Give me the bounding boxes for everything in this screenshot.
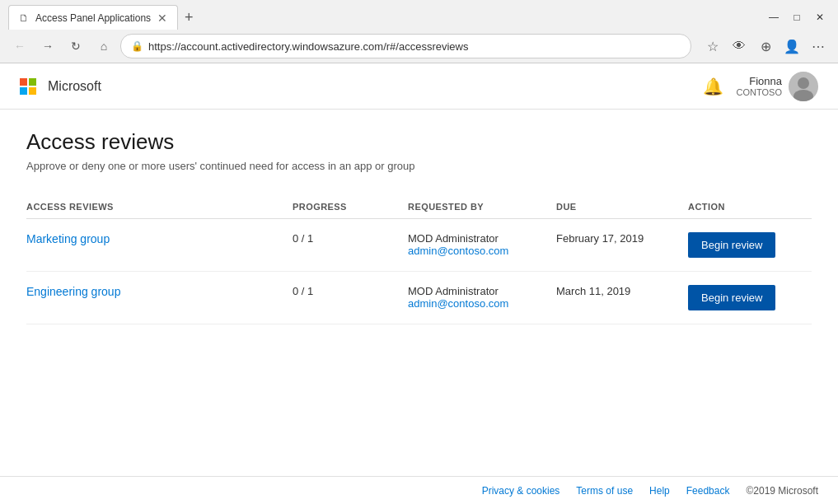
- app-header: Microsoft 🔔 Fionna CONTOSO: [0, 63, 838, 110]
- requested-by-cell: MOD Administrator admin@contoso.com: [408, 272, 556, 324]
- browser-chrome: 🗋 Access Panel Applications ✕ + — □ ✕ ← …: [0, 0, 838, 63]
- begin-review-button[interactable]: Begin review: [688, 285, 775, 310]
- requested-by-cell: MOD Administrator admin@contoso.com: [408, 219, 556, 272]
- logo-blue: [20, 87, 27, 95]
- favorites-button[interactable]: ☆: [701, 35, 724, 58]
- action-cell: Begin review: [688, 272, 812, 324]
- feedback-link[interactable]: Feedback: [686, 485, 730, 497]
- close-button[interactable]: ✕: [810, 7, 830, 27]
- access-review-name-cell: Marketing group: [26, 219, 293, 272]
- col-header-access-reviews: ACCESS REVIEWS: [26, 195, 293, 219]
- url-box[interactable]: 🔒 https://account.activedirectory.window…: [120, 34, 691, 58]
- page-title: Access reviews: [26, 129, 812, 155]
- logo-red: [20, 78, 27, 86]
- begin-review-button[interactable]: Begin review: [688, 232, 775, 258]
- forward-button[interactable]: →: [36, 35, 59, 58]
- help-link[interactable]: Help: [649, 485, 670, 497]
- active-tab[interactable]: 🗋 Access Panel Applications ✕: [8, 5, 178, 30]
- tab-bar: 🗋 Access Panel Applications ✕ +: [8, 5, 200, 30]
- table-row: Marketing group 0 / 1 MOD Administrator …: [26, 219, 812, 272]
- browser-actions: ☆ 👁 ⊕ 👤 ⋯: [701, 35, 830, 58]
- window-controls: — □ ✕: [764, 7, 830, 27]
- user-name: Fionna: [737, 75, 782, 88]
- restore-button[interactable]: □: [787, 7, 807, 27]
- progress-cell: 0 / 1: [293, 219, 408, 272]
- new-tab-button[interactable]: +: [178, 6, 200, 30]
- access-review-link[interactable]: Marketing group: [26, 232, 110, 245]
- share-button[interactable]: ⊕: [754, 35, 777, 58]
- requester-email: admin@contoso.com: [408, 297, 556, 310]
- app-container: Microsoft 🔔 Fionna CONTOSO Access: [0, 63, 838, 504]
- progress-cell: 0 / 1: [293, 272, 408, 324]
- privacy-link[interactable]: Privacy & cookies: [482, 485, 560, 497]
- table-header-row: ACCESS REVIEWS PROGRESS REQUESTED BY DUE…: [26, 195, 812, 219]
- requester-email: admin@contoso.com: [408, 245, 556, 257]
- url-text: https://account.activedirectory.windowsa…: [148, 40, 681, 53]
- reading-mode-button[interactable]: 👁: [728, 35, 751, 58]
- address-bar: ← → ↻ ⌂ 🔒 https://account.activedirector…: [0, 30, 838, 63]
- tab-icon: 🗋: [19, 12, 29, 24]
- refresh-button[interactable]: ↻: [64, 35, 87, 58]
- home-button[interactable]: ⌂: [92, 35, 115, 58]
- lock-icon: 🔒: [131, 40, 143, 52]
- profile-button[interactable]: 👤: [780, 35, 803, 58]
- svg-point-1: [798, 77, 809, 89]
- main-content: Access reviews Approve or deny one or mo…: [0, 110, 838, 476]
- user-info[interactable]: Fionna CONTOSO: [737, 72, 818, 101]
- action-cell: Begin review: [688, 219, 812, 272]
- minimize-button[interactable]: —: [764, 7, 784, 27]
- header-right: 🔔 Fionna CONTOSO: [703, 72, 818, 101]
- user-org: CONTOSO: [737, 87, 782, 97]
- header-left: Microsoft: [20, 78, 101, 95]
- logo-yellow: [29, 87, 36, 95]
- logo-green: [29, 78, 36, 86]
- col-header-progress: PROGRESS: [293, 195, 408, 219]
- tab-close-button[interactable]: ✕: [157, 12, 167, 24]
- page-subtitle: Approve or deny one or more users' conti…: [26, 160, 812, 172]
- reviews-table: ACCESS REVIEWS PROGRESS REQUESTED BY DUE…: [26, 195, 812, 324]
- title-bar: 🗋 Access Panel Applications ✕ + — □ ✕: [0, 0, 838, 30]
- due-date-cell: March 11, 2019: [556, 272, 688, 324]
- tab-title: Access Panel Applications: [35, 12, 151, 24]
- col-header-due: DUE: [556, 195, 688, 219]
- terms-link[interactable]: Terms of use: [576, 485, 633, 497]
- avatar[interactable]: [789, 72, 818, 101]
- table-row: Engineering group 0 / 1 MOD Administrato…: [26, 272, 812, 324]
- col-header-action: ACTION: [688, 195, 812, 219]
- notification-bell-icon[interactable]: 🔔: [703, 77, 723, 96]
- access-review-name-cell: Engineering group: [26, 272, 293, 324]
- requester-name: MOD Administrator: [408, 285, 556, 297]
- back-button[interactable]: ←: [8, 35, 31, 58]
- requester-name: MOD Administrator: [408, 232, 556, 245]
- brand-name: Microsoft: [48, 79, 101, 94]
- col-header-requested-by: REQUESTED BY: [408, 195, 556, 219]
- access-review-link[interactable]: Engineering group: [26, 285, 120, 298]
- copyright: ©2019 Microsoft: [746, 485, 818, 497]
- settings-button[interactable]: ⋯: [807, 35, 830, 58]
- microsoft-logo: [20, 78, 36, 95]
- app-footer: Privacy & cookies Terms of use Help Feed…: [0, 476, 838, 504]
- due-date-cell: February 17, 2019: [556, 219, 688, 272]
